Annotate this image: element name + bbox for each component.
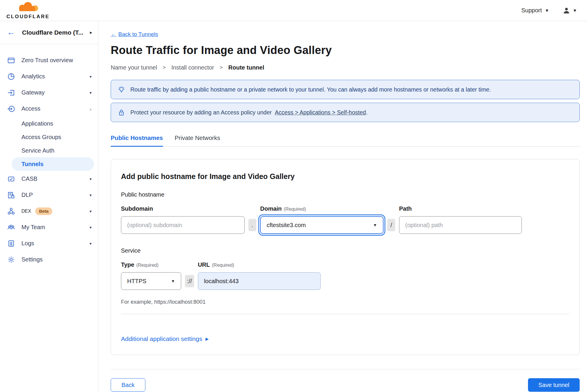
- user-menu[interactable]: ▼: [563, 7, 577, 14]
- chevron-down-icon: ▾: [90, 241, 92, 246]
- sidebar-item-zero-trust-overview[interactable]: Zero Trust overview: [0, 52, 98, 68]
- sidebar: ← Cloudflare Demo (T... ▸ Zero Trust ove…: [0, 21, 98, 392]
- chevron-right-icon[interactable]: ▸: [90, 30, 92, 35]
- lightbulb-icon: [117, 86, 125, 94]
- step-separator: >: [220, 65, 223, 71]
- sidebar-item-casb[interactable]: CASB ▾: [0, 171, 98, 187]
- chevron-up-icon: ▴: [90, 107, 92, 111]
- topbar-right: Support ▼ ▼: [521, 7, 577, 14]
- chevron-down-icon: ▼: [373, 223, 377, 227]
- top-bar: CLOUDFLARE Support ▼ ▼: [0, 0, 587, 21]
- sidebar-item-applications[interactable]: Applications: [0, 117, 98, 130]
- sidebar-item-access[interactable]: Access ▴: [0, 101, 98, 117]
- dex-nodes-icon: [7, 207, 15, 215]
- subdomain-label: Subdomain: [121, 205, 245, 212]
- overview-window-icon: [7, 56, 15, 65]
- lock-icon: [117, 109, 125, 116]
- route-traffic-info-text: Route traffic by adding a public hostnam…: [130, 86, 491, 93]
- back-arrow-icon[interactable]: ←: [7, 28, 15, 36]
- beta-badge: Beta: [35, 207, 53, 215]
- sidebar-item-tunnels[interactable]: Tunnels: [12, 157, 94, 171]
- additional-application-settings-toggle[interactable]: Additional application settings ▶: [121, 335, 208, 342]
- tab-private-networks[interactable]: Private Networks: [175, 134, 220, 146]
- gateway-icon: [7, 89, 15, 97]
- chevron-down-icon: ▾: [90, 209, 92, 214]
- type-label: Type: [121, 261, 134, 268]
- path-input[interactable]: [399, 216, 522, 234]
- sidebar-item-logs[interactable]: Logs ▾: [0, 235, 98, 251]
- account-name: Cloudflare Demo (T...: [22, 29, 90, 36]
- chevron-down-icon: ▾: [90, 225, 92, 230]
- access-policy-text: Protect your resource by adding an Acces…: [130, 109, 272, 116]
- casb-icon: [7, 175, 15, 183]
- domain-label: Domain: [260, 205, 282, 212]
- sidebar-item-gateway[interactable]: Gateway ▾: [0, 85, 98, 101]
- domain-select[interactable]: cftestsite3.com ▼: [260, 216, 384, 234]
- step-separator: >: [163, 65, 166, 71]
- user-avatar-icon: [563, 7, 570, 14]
- service-url-input[interactable]: [198, 272, 321, 290]
- sidebar-item-service-auth[interactable]: Service Auth: [0, 144, 98, 157]
- back-button[interactable]: Back: [111, 378, 145, 392]
- url-label: URL: [198, 261, 210, 268]
- analytics-pie-icon: [7, 72, 15, 81]
- sidebar-item-access-groups[interactable]: Access Groups: [0, 130, 98, 144]
- step-name-your-tunnel[interactable]: Name your tunnel: [111, 64, 157, 71]
- hostname-fields-row: Subdomain . Domain(Required) cftestsite3…: [121, 205, 569, 234]
- chevron-down-icon: ▾: [90, 193, 92, 197]
- sidebar-item-dlp[interactable]: DLP ▾: [0, 187, 98, 203]
- support-menu[interactable]: Support ▼: [521, 7, 549, 14]
- cloudflare-logo[interactable]: CLOUDFLARE: [6, 1, 50, 20]
- triangle-right-icon: ▶: [206, 337, 209, 341]
- service-section-label: Service: [121, 247, 569, 254]
- back-to-tunnels-link[interactable]: ← Back to Tunnels: [111, 31, 158, 38]
- card-heading: Add public hostname for Image and Video …: [121, 172, 569, 181]
- cloudflare-logo-text: CLOUDFLARE: [6, 14, 50, 20]
- service-fields-row: Type(Required) HTTPS ▼ :// URL(Required): [121, 261, 569, 290]
- sidebar-account-header: ← Cloudflare Demo (T... ▸: [0, 21, 98, 44]
- service-type-select[interactable]: HTTPS ▼: [121, 272, 181, 290]
- footer-divider: [111, 369, 580, 369]
- cloudflare-cloud-icon: [15, 2, 42, 13]
- dlp-document-lock-icon: [7, 191, 15, 199]
- access-applications-self-hosted-link[interactable]: Access > Applications > Self-hosted: [275, 109, 366, 116]
- required-hint: (Required): [212, 263, 234, 268]
- gear-icon: [7, 256, 15, 264]
- url-example-hint: For example, https://localhost:8001: [121, 299, 569, 305]
- chevron-down-icon: ▾: [90, 74, 92, 79]
- zero-trust-dashboard: CLOUDFLARE Support ▼ ▼ ← C: [0, 0, 587, 392]
- required-hint: (Required): [136, 263, 159, 268]
- dot-separator: .: [248, 219, 256, 231]
- chevron-down-icon: ▾: [90, 177, 92, 181]
- sidebar-item-dex[interactable]: DEX Beta ▾: [0, 203, 98, 219]
- my-team-people-icon: [7, 223, 15, 232]
- sidebar-item-analytics[interactable]: Analytics ▾: [0, 68, 98, 85]
- arrow-left-icon: ←: [111, 31, 116, 38]
- scheme-separator: ://: [185, 275, 194, 287]
- tab-public-hostnames[interactable]: Public Hostnames: [111, 134, 163, 147]
- route-traffic-info-banner: Route traffic by adding a public hostnam…: [111, 80, 580, 99]
- save-tunnel-button[interactable]: Save tunnel: [528, 378, 580, 392]
- breadcrumb: Name your tunnel > Install connector > R…: [111, 64, 580, 71]
- access-policy-text-suffix: .: [366, 109, 367, 116]
- step-install-connector[interactable]: Install connector: [171, 64, 214, 71]
- subdomain-input[interactable]: [121, 216, 245, 234]
- support-label: Support: [521, 7, 542, 14]
- card-divider: [121, 314, 569, 314]
- sidebar-nav: Zero Trust overview Analytics ▾: [0, 44, 98, 268]
- chevron-down-icon: ▼: [545, 8, 549, 13]
- access-policy-banner: Protect your resource by adding an Acces…: [111, 103, 580, 122]
- sidebar-item-my-team[interactable]: My Team ▾: [0, 219, 98, 235]
- domain-selected-value: cftestsite3.com: [267, 222, 306, 229]
- page-title: Route Traffic for Image and Video Galler…: [111, 44, 580, 57]
- sidebar-item-settings[interactable]: Settings: [0, 251, 98, 268]
- required-hint: (Required): [284, 207, 306, 212]
- slash-separator: /: [387, 219, 395, 231]
- step-route-tunnel: Route tunnel: [228, 64, 264, 71]
- footer-actions: Back Save tunnel: [111, 378, 580, 392]
- sidebar-item-label: DEX: [21, 209, 31, 214]
- hostname-tabs: Public Hostnames Private Networks: [111, 134, 580, 147]
- public-hostname-section-label: Public hostname: [121, 191, 569, 198]
- service-type-value: HTTPS: [127, 278, 147, 285]
- logs-document-icon: [7, 239, 15, 248]
